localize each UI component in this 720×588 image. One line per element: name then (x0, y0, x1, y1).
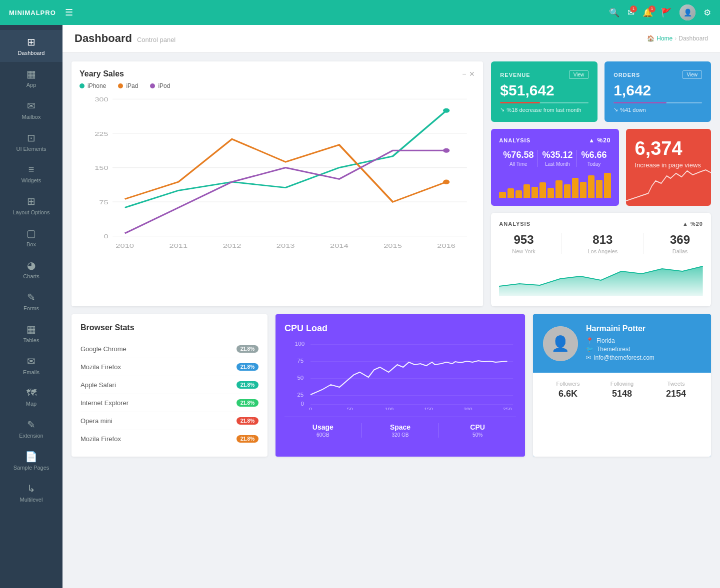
topnav: MINIMALPRO ☰ 🔍 ✉ 1 🔔 1 🚩 👤 ⚙ (0, 0, 720, 25)
sidebar-item-label: Tables (24, 337, 40, 343)
svg-text:25: 25 (298, 392, 304, 398)
email-icon: ✉ (586, 354, 591, 361)
svg-text:2014: 2014 (330, 242, 348, 249)
legend-label-iphone: iPhone (88, 82, 106, 89)
sidebar-item-dashboard[interactable]: ⊞ Dashboard (0, 30, 62, 62)
minimize-button[interactable]: − (462, 70, 466, 78)
profile-twitter: 🐦 Themeforest (586, 346, 654, 353)
browser-badge-firefox2: 21.8% (236, 435, 258, 443)
legend-label-ipod: iPod (158, 82, 170, 89)
analysis-stat-alltime: %76.58 All Time (499, 150, 538, 167)
sidebar-item-forms[interactable]: ✎ Forms (0, 285, 62, 317)
hamburger-icon[interactable]: ☰ (65, 7, 73, 18)
settings-icon[interactable]: ⚙ (704, 7, 711, 18)
revenue-view-button[interactable]: View (569, 70, 589, 79)
bell-badge: 1 (648, 5, 656, 12)
svg-text:0: 0 (300, 401, 304, 407)
middle-row: ANALYSIS ▲ %20 %76.58 All Time %35.12 (491, 129, 711, 206)
sidebar-item-layout[interactable]: ⊞ Layout Options (0, 189, 62, 221)
browser-row-ie: Internet Explorer 21.8% (80, 394, 258, 412)
sidebar-item-tables[interactable]: ▦ Tables (0, 317, 62, 349)
cpu-load-card: CPU Load 100 75 50 25 0 (276, 314, 525, 457)
mail-badge: 1 (630, 5, 637, 12)
svg-text:250: 250 (503, 407, 512, 410)
legend-ipod: iPod (150, 82, 170, 89)
sidebar-item-emails[interactable]: ✉ Emails (0, 349, 62, 381)
sidebar-item-extension[interactable]: ✎ Extension (0, 413, 62, 445)
emails-icon: ✉ (27, 355, 36, 367)
browser-row-safari: Apple Safari 21.8% (80, 376, 258, 394)
close-button[interactable]: ✕ (469, 70, 475, 78)
sidebar-item-label: Widgets (22, 177, 42, 183)
orders-change: ↘ %41 down (614, 106, 702, 113)
widgets-icon: ≡ (28, 164, 34, 175)
sidebar-item-mailbox[interactable]: ✉ Mailbox (0, 94, 62, 126)
svg-text:2015: 2015 (384, 242, 402, 249)
browser-badge-opera: 21.8% (236, 417, 258, 425)
search-icon[interactable]: 🔍 (609, 7, 620, 18)
orders-card: ORDERS View 1,642 ↘ %41 down (604, 61, 711, 122)
bottom-row: Browser Stats Google Chrome 21.8% Mozila… (72, 314, 711, 457)
yearly-sales-header: Yeary Sales − ✕ (80, 69, 475, 78)
svg-text:0: 0 (104, 233, 108, 240)
layout: ⊞ Dashboard ▦ App ✉ Mailbox ⊡ UI Element… (0, 25, 720, 588)
sidebar-item-label: Forms (24, 305, 39, 311)
svg-text:75: 75 (99, 199, 108, 205)
analysis-stat-today: %6.66 Today (577, 150, 610, 167)
bell-icon[interactable]: 🔔 1 (642, 7, 653, 18)
profile-name: Harmaini Potter (586, 324, 654, 333)
orders-change-arrow: ↘ (614, 106, 618, 113)
orders-view-button[interactable]: View (682, 70, 702, 79)
avatar[interactable]: 👤 (680, 4, 696, 20)
svg-point-19 (443, 148, 450, 153)
browser-badge-chrome: 21.8% (236, 345, 258, 353)
sidebar-item-label: Box (26, 241, 36, 247)
tables-icon: ▦ (26, 323, 36, 335)
sidebar-item-ui-elements[interactable]: ⊡ UI Elements (0, 126, 62, 158)
topnav-left: MINIMALPRO ☰ (9, 7, 73, 18)
sidebar-item-widgets[interactable]: ≡ Widgets (0, 158, 62, 189)
chart-legend: iPhone iPad iPod (80, 82, 475, 89)
legend-label-ipad: iPad (126, 82, 138, 89)
mail-icon[interactable]: ✉ 1 (628, 7, 634, 18)
top-row: Yeary Sales − ✕ iPhone iPad (72, 61, 711, 306)
dashboard-icon: ⊞ (27, 36, 36, 48)
main-content: Dashboard Control panel 🏠 Home › Dashboa… (62, 25, 720, 588)
sidebar-item-app[interactable]: ▦ App (0, 62, 62, 94)
ab-stat-dallas: 369 Dallas (670, 233, 690, 254)
analysis-bottom-header: ANALYSIS ▲ %20 (499, 221, 703, 227)
sidebar-item-label: Layout Options (13, 209, 50, 215)
twitter-icon: 🐦 (586, 346, 594, 353)
svg-text:100: 100 (385, 407, 394, 410)
chart-svg: 300 225 150 75 0 2010 2011 2012 2013 201… (80, 93, 475, 253)
ui-elements-icon: ⊡ (27, 132, 36, 144)
layout-icon: ⊞ (27, 195, 36, 207)
svg-text:2012: 2012 (223, 242, 242, 249)
cpu-chart-area: 100 75 50 25 0 0 (284, 340, 516, 410)
analysis-purple-card: ANALYSIS ▲ %20 %76.58 All Time %35.12 (491, 129, 618, 206)
profile-location: 📍 Florida (586, 337, 654, 344)
sidebar-item-charts[interactable]: ◕ Charts (0, 253, 62, 285)
sidebar-item-label: Charts (23, 273, 39, 279)
app-icon: ▦ (26, 68, 36, 80)
svg-text:100: 100 (295, 341, 304, 347)
legend-ipad: iPad (118, 82, 138, 89)
cpu-footer: Usage 60GB Space 320 GB CPU 50% (284, 417, 516, 438)
sidebar-item-multilevel[interactable]: ↳ Multilevel (0, 477, 62, 509)
orders-value: 1,642 (614, 82, 702, 99)
sidebar-item-map[interactable]: 🗺 Map (0, 381, 62, 413)
yearly-sales-card: Yeary Sales − ✕ iPhone iPad (72, 61, 483, 306)
svg-text:2013: 2013 (276, 242, 295, 249)
legend-dot-ipod (150, 83, 155, 88)
sidebar-item-box[interactable]: ▢ Box (0, 221, 62, 253)
svg-text:200: 200 (464, 407, 472, 410)
flag-icon[interactable]: 🚩 (661, 7, 672, 18)
svg-point-17 (443, 108, 450, 113)
content-area: Yeary Sales − ✕ iPhone iPad (62, 52, 720, 466)
page-views-chart (626, 166, 711, 206)
breadcrumb-home-link[interactable]: Home (656, 35, 672, 42)
sidebar-item-sample-pages[interactable]: 📄 Sample Pages (0, 445, 62, 477)
browser-row-chrome: Google Chrome 21.8% (80, 340, 258, 358)
orders-bar-fill (614, 102, 666, 103)
profile-card: 👤 Harmaini Potter 📍 Florida 🐦 Themefores… (533, 314, 711, 457)
